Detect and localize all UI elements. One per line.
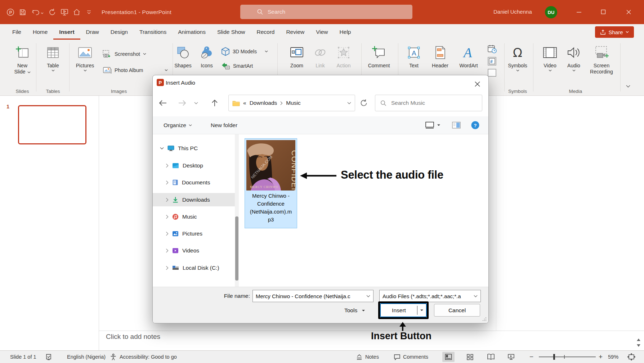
share-button[interactable]: Share bbox=[595, 26, 634, 38]
new-folder-button[interactable]: New folder bbox=[211, 116, 237, 134]
screenshot-button[interactable]: Screenshot bbox=[102, 50, 146, 58]
tree-item-local-disk[interactable]: Local Disk (C:) bbox=[153, 261, 235, 274]
recent-locations-icon[interactable] bbox=[192, 95, 200, 111]
reading-view-button[interactable] bbox=[485, 352, 497, 362]
table-button[interactable]: Table bbox=[38, 42, 68, 72]
tree-item-videos[interactable]: Videos bbox=[153, 244, 235, 257]
tab-insert[interactable]: Insert bbox=[53, 24, 80, 40]
chevron-collapsed-icon[interactable] bbox=[166, 215, 169, 219]
audio-button[interactable]: Audio bbox=[559, 42, 589, 72]
tab-transitions[interactable]: Transitions bbox=[134, 24, 172, 40]
slide-sorter-view-button[interactable] bbox=[464, 352, 476, 362]
tab-home[interactable]: Home bbox=[27, 24, 53, 40]
home-icon[interactable] bbox=[71, 0, 83, 24]
zoom-in-button[interactable]: + bbox=[599, 351, 603, 363]
tab-design[interactable]: Design bbox=[105, 24, 134, 40]
slide-thumbnail[interactable] bbox=[18, 105, 86, 144]
date-time-icon[interactable] bbox=[487, 44, 497, 54]
file-type-dropdown[interactable]: Audio Files (*.adts;*.adt;*.aac;*.a bbox=[379, 290, 481, 302]
tree-scrollbar-thumb[interactable] bbox=[235, 216, 238, 281]
close-window-button[interactable] bbox=[620, 4, 637, 19]
tab-slide-show[interactable]: Slide Show bbox=[211, 24, 251, 40]
resize-grip[interactable] bbox=[482, 317, 487, 321]
object-icon[interactable] bbox=[487, 68, 497, 77]
chevron-expanded-icon[interactable] bbox=[160, 147, 164, 150]
refresh-button[interactable] bbox=[359, 95, 369, 111]
normal-view-button[interactable] bbox=[442, 352, 455, 362]
chevron-collapsed-icon[interactable] bbox=[166, 163, 169, 168]
breadcrumb-prefix[interactable]: « bbox=[243, 100, 246, 106]
breadcrumb-music[interactable]: Music bbox=[286, 100, 300, 106]
insert-button[interactable]: Insert bbox=[380, 303, 427, 317]
spellcheck-icon[interactable] bbox=[45, 351, 52, 363]
pictures-button[interactable]: Pictures bbox=[70, 42, 100, 72]
chevron-collapsed-icon[interactable] bbox=[166, 266, 169, 270]
tree-item-music[interactable]: Music bbox=[153, 210, 235, 223]
new-slide-button[interactable]: New Slide bbox=[7, 42, 37, 75]
tab-record[interactable]: Record bbox=[251, 24, 280, 40]
photo-album-button[interactable]: Photo Album bbox=[102, 66, 168, 74]
save-icon[interactable] bbox=[17, 0, 29, 24]
customize-qat-icon[interactable] bbox=[83, 0, 95, 24]
zoom-level[interactable]: 59% bbox=[608, 351, 618, 363]
slide-indicator[interactable]: Slide 1 of 1 bbox=[10, 351, 36, 363]
search-music-box[interactable]: Search Music bbox=[375, 95, 482, 111]
address-bar[interactable]: « Downloads Music bbox=[228, 95, 355, 111]
chevron-collapsed-icon[interactable] bbox=[166, 232, 169, 236]
tab-help[interactable]: Help bbox=[334, 24, 357, 40]
smartart-button[interactable]: SmartArt bbox=[221, 62, 253, 70]
comment-button[interactable]: Comment bbox=[364, 42, 394, 69]
chevron-collapsed-icon[interactable] bbox=[166, 180, 169, 185]
redo-icon[interactable] bbox=[46, 0, 58, 24]
tree-item-documents[interactable]: Documents bbox=[153, 176, 235, 189]
tree-item-this-pc[interactable]: This PC bbox=[153, 142, 235, 155]
up-button[interactable] bbox=[210, 95, 220, 111]
header-footer-button[interactable]: Header bbox=[425, 42, 455, 69]
tab-draw[interactable]: Draw bbox=[80, 24, 105, 40]
tab-animations[interactable]: Animations bbox=[172, 24, 211, 40]
wordart-button[interactable]: A WordArt bbox=[453, 42, 484, 69]
icons-button[interactable]: Icons bbox=[192, 42, 222, 69]
zoom-out-button[interactable]: − bbox=[529, 351, 533, 363]
audio-file-item[interactable]: CONFIDENCE NETNAIJA.COM MERCY CHINWO Mer… bbox=[245, 138, 297, 228]
zoom-slider-track[interactable] bbox=[539, 357, 596, 357]
panel-divider[interactable] bbox=[99, 96, 99, 350]
help-button[interactable]: ? bbox=[471, 116, 480, 134]
avatar[interactable]: DU bbox=[545, 6, 557, 18]
undo-icon[interactable] bbox=[29, 0, 46, 24]
search-box[interactable]: Search bbox=[240, 5, 412, 19]
dialog-close-button[interactable] bbox=[471, 78, 483, 90]
notes-placeholder[interactable]: Click to add notes bbox=[106, 333, 160, 341]
cancel-button[interactable]: Cancel bbox=[434, 304, 480, 317]
tab-review[interactable]: Review bbox=[280, 24, 310, 40]
3d-models-button[interactable]: 3D Models bbox=[221, 47, 268, 56]
language-indicator[interactable]: English (Nigeria) bbox=[67, 351, 106, 363]
breadcrumb-downloads[interactable]: Downloads bbox=[250, 100, 277, 106]
screen-recording-button[interactable]: Screen Recording bbox=[586, 42, 617, 75]
slide-number-icon[interactable]: # bbox=[487, 56, 497, 66]
text-box-button[interactable]: A Text bbox=[399, 42, 429, 69]
symbols-button[interactable]: Ω Symbols bbox=[502, 42, 533, 72]
accessibility-status[interactable]: Accessibility: Good to go bbox=[120, 351, 177, 363]
tab-file[interactable]: File bbox=[6, 24, 27, 40]
chevron-down-icon[interactable] bbox=[347, 102, 351, 104]
slideshow-view-button[interactable] bbox=[505, 352, 517, 362]
notes-toggle[interactable]: Notes bbox=[356, 351, 379, 363]
comments-toggle[interactable]: Comments bbox=[394, 351, 428, 363]
fit-to-window-button[interactable] bbox=[627, 351, 635, 363]
zoom-slider-thumb[interactable] bbox=[553, 354, 555, 360]
maximize-button[interactable] bbox=[595, 4, 612, 19]
collapse-ribbon-icon[interactable] bbox=[626, 85, 630, 88]
scroll-up-icon[interactable] bbox=[636, 338, 641, 342]
user-name[interactable]: Daniel Uchenna bbox=[493, 9, 532, 15]
tree-item-downloads[interactable]: Downloads bbox=[153, 193, 235, 206]
scroll-down-icon[interactable] bbox=[636, 344, 641, 348]
forward-button[interactable] bbox=[177, 95, 187, 111]
tree-item-desktop[interactable]: Desktop bbox=[153, 159, 235, 172]
insert-dropdown-arrow[interactable] bbox=[417, 309, 426, 312]
back-button[interactable] bbox=[158, 95, 168, 111]
tab-view[interactable]: View bbox=[310, 24, 334, 40]
chevron-collapsed-icon[interactable] bbox=[166, 198, 169, 202]
organize-button[interactable]: Organize bbox=[164, 116, 192, 134]
tools-button[interactable]: Tools bbox=[344, 304, 365, 317]
